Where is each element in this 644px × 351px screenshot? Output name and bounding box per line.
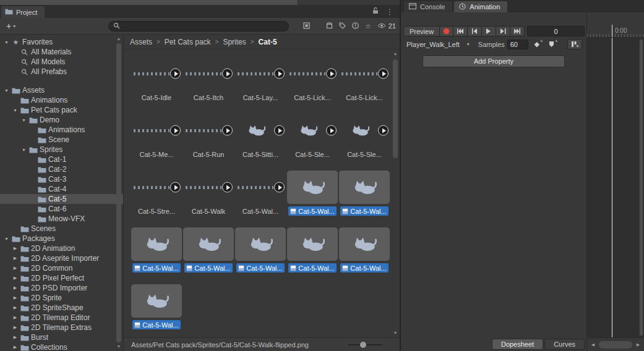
asset-item-cat-5-sle[interactable]: Cat-5-Sle...: [286, 114, 338, 159]
asset-item-cat-5-wal[interactable]: Cat-5-Wal...: [286, 227, 338, 273]
tree-item-scene[interactable]: Scene: [0, 135, 123, 145]
tree-item-packages[interactable]: ▼Packages: [0, 234, 123, 243]
asset-thumbnail[interactable]: [234, 114, 286, 147]
asset-item-cat-5-sle[interactable]: Cat-5-Sle...: [338, 114, 390, 159]
asset-thumbnail[interactable]: [234, 57, 286, 90]
breadcrumb-item-cat-5[interactable]: Cat-5: [259, 38, 277, 46]
asset-thumbnail[interactable]: [286, 57, 338, 90]
play-button[interactable]: [170, 69, 181, 79]
scrollbar-thumb[interactable]: [599, 341, 632, 349]
expander-icon[interactable]: ▶: [11, 345, 19, 350]
tree-item-2d-tilemap-editor[interactable]: ▶2D Tilemap Editor: [0, 313, 123, 323]
scrollbar-thumb[interactable]: [640, 40, 643, 336]
next-frame-button[interactable]: [496, 26, 510, 36]
asset-item-cat-5-wal[interactable]: Cat-5-Wal...: [131, 284, 182, 329]
timeline-horizontal-scrollbar[interactable]: ◀ ▶: [587, 337, 644, 351]
asset-item-cat-5-wal[interactable]: Cat-5-Wal...: [234, 227, 286, 273]
scroll-right-icon[interactable]: ▶: [634, 340, 642, 349]
play-button[interactable]: [222, 69, 233, 79]
tree-item-2d-common[interactable]: ▶2D Common: [0, 263, 123, 273]
tree-item-2d-pixel-perfect[interactable]: ▶2D Pixel Perfect: [0, 273, 123, 283]
tree-item-cat-3[interactable]: Cat-3: [0, 174, 123, 184]
add-property-button[interactable]: Add Property: [423, 56, 565, 67]
create-asset-button[interactable]: + ▾: [4, 21, 18, 31]
asset-thumbnail[interactable]: [131, 57, 182, 90]
breadcrumb-item-pet-cats-pack[interactable]: Pet Cats pack: [165, 38, 211, 46]
package-icon[interactable]: [326, 22, 333, 30]
asset-thumbnail[interactable]: [131, 171, 182, 204]
play-button[interactable]: [274, 69, 285, 79]
tree-item-all-materials[interactable]: All Materials: [0, 47, 123, 57]
expander-icon[interactable]: ▶: [11, 335, 19, 340]
tree-item-cat-4[interactable]: Cat-4: [0, 184, 123, 194]
scroll-down-icon[interactable]: ▼: [392, 330, 399, 336]
asset-item-cat-5-lick[interactable]: Cat-5-Lick...: [338, 57, 390, 102]
tree-item-cat-5[interactable]: Cat-5: [0, 194, 123, 204]
tree-item-2d-animation[interactable]: ▶2D Animation: [0, 243, 123, 253]
asset-item-cat-5-wal[interactable]: Cat-5-Wal...: [234, 171, 286, 216]
asset-thumbnail[interactable]: [338, 57, 390, 90]
tree-item-burst[interactable]: ▶Burst: [0, 332, 123, 342]
previous-frame-button[interactable]: [468, 26, 482, 36]
play-button[interactable]: [170, 182, 181, 193]
tree-item-scenes[interactable]: Scenes: [0, 224, 123, 234]
asset-thumbnail[interactable]: [338, 171, 390, 204]
tree-item-sprites[interactable]: ▼Sprites: [0, 145, 123, 154]
asset-item-cat-5-wal[interactable]: Cat-5-Wal...: [286, 171, 338, 216]
breadcrumb-item-assets[interactable]: Assets: [130, 38, 152, 46]
asset-item-cat-5-stre[interactable]: Cat-5-Stre...: [131, 171, 182, 216]
thumbnail-size-slider[interactable]: [348, 344, 382, 345]
asset-thumbnail[interactable]: [286, 114, 338, 147]
grid-scrollbar[interactable]: ▲ ▼: [392, 51, 399, 336]
expander-icon[interactable]: ▶: [11, 305, 19, 310]
current-frame-field[interactable]: 0: [527, 26, 585, 36]
clip-dropdown[interactable]: Player_Walk_Left ▾: [404, 41, 472, 48]
asset-thumbnail[interactable]: [234, 227, 286, 261]
tab-project[interactable]: Project: [1, 6, 45, 18]
playhead[interactable]: [612, 25, 612, 37]
tree-item-2d-psd-importer[interactable]: ▶2D PSD Importer: [0, 283, 123, 293]
expander-icon[interactable]: ▼: [11, 108, 19, 112]
breadcrumb-item-sprites[interactable]: Sprites: [223, 38, 246, 46]
expander-icon[interactable]: ▶: [11, 276, 19, 281]
asset-thumbnail[interactable]: [131, 114, 182, 147]
play-button[interactable]: [170, 125, 181, 136]
asset-thumbnail[interactable]: [182, 171, 234, 204]
tree-item-assets[interactable]: ▼Assets: [0, 85, 123, 95]
asset-thumbnail[interactable]: [131, 227, 182, 261]
expander-icon[interactable]: ▼: [2, 88, 11, 93]
add-event-icon[interactable]: +: [546, 39, 558, 49]
asset-item-cat-5-wal[interactable]: Cat-5-Wal...: [182, 227, 234, 273]
tree-item-2d-aseprite-importer[interactable]: ▶2D Aseprite Importer: [0, 253, 123, 263]
tree-item-2d-tilemap-extras[interactable]: ▶2D Tilemap Extras: [0, 323, 123, 332]
tree-item-2d-spriteshape[interactable]: ▶2D SpriteShape: [0, 303, 123, 313]
expander-icon[interactable]: ▶: [11, 325, 19, 330]
play-button[interactable]: [326, 69, 337, 79]
asset-item-cat-5-idle[interactable]: Cat-5-Idle: [131, 57, 182, 102]
search-box[interactable]: [108, 21, 289, 32]
asset-item-cat-5-wal[interactable]: Cat-5-Wal...: [338, 171, 390, 216]
tree-item-all-models[interactable]: All Models: [0, 57, 123, 67]
asset-item-cat-5-itch[interactable]: Cat-5-Itch: [182, 57, 234, 102]
samples-field[interactable]: 60: [507, 40, 528, 49]
asset-item-cat-5-lay[interactable]: Cat-5-Lay...: [234, 57, 286, 102]
asset-item-cat-5-wal[interactable]: Cat-5-Wal...: [338, 227, 390, 273]
lock-icon[interactable]: [372, 7, 379, 16]
tree-item-favorites[interactable]: ▼★Favorites: [0, 37, 123, 47]
tree-item-all-prefabs[interactable]: All Prefabs: [0, 67, 123, 77]
expander-icon[interactable]: ▶: [11, 266, 19, 271]
asset-item-cat-5-lick[interactable]: Cat-5-Lick...: [286, 57, 338, 102]
scroll-left-icon[interactable]: ◀: [589, 340, 597, 349]
tree-item-cat-1[interactable]: Cat-1: [0, 154, 123, 164]
label-icon[interactable]: [339, 22, 346, 30]
asset-thumbnail[interactable]: [182, 57, 234, 90]
asset-thumbnail[interactable]: [286, 171, 338, 204]
play-button[interactable]: [482, 26, 496, 36]
asset-thumbnail[interactable]: [286, 227, 338, 261]
play-button[interactable]: [222, 182, 233, 193]
expander-icon[interactable]: ▶: [11, 246, 19, 251]
last-frame-button[interactable]: [510, 26, 525, 36]
scrollbar-thumb[interactable]: [393, 59, 398, 158]
tree-item-demo[interactable]: ▼Demo: [0, 115, 123, 125]
timeline-ruler[interactable]: 0:00: [587, 25, 644, 38]
